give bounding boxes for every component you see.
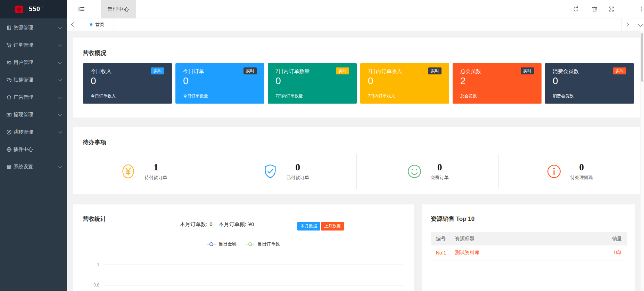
realtime-badge: 实时	[336, 67, 349, 74]
shield-check-icon	[262, 163, 278, 179]
legend-daily-amount[interactable]: 当日金额	[207, 241, 237, 247]
todo-item-pending-withdrawals: 0 待处理提现	[498, 154, 641, 189]
chevron-left-icon	[71, 22, 76, 27]
realtime-badge: 实时	[613, 67, 626, 74]
fullscreen-icon[interactable]	[608, 6, 614, 12]
revenue-overview-title: 营收概况	[83, 49, 106, 57]
line-series-icon	[207, 242, 216, 246]
y-axis-tick: 1	[87, 262, 99, 267]
ring-icon	[6, 95, 12, 100]
row-resource-title[interactable]: 测试资料库	[455, 250, 597, 256]
todo-title: 待办事项	[83, 138, 106, 146]
last-month-button[interactable]: 上月数据	[321, 222, 344, 231]
top-tab-admin-center[interactable]: 管理中心	[101, 0, 136, 18]
chevron-down-icon	[58, 60, 62, 64]
stat-card-today-income: 今日收入 0 实时 今日订单收入	[83, 63, 172, 104]
tab-home-label: 首页	[96, 22, 105, 28]
revenue-stats-panel: 营收统计 本月订单数:0本月订单额:¥0 本月数据 上月数据 当日金额 当日订单…	[73, 204, 414, 291]
tab-home[interactable]: 首页	[81, 18, 114, 31]
realtime-badge: 实时	[428, 67, 441, 74]
menu-toggle-icon[interactable]	[78, 6, 85, 12]
chart-legend: 当日金额 当日订单数	[73, 241, 414, 247]
money-icon	[6, 112, 12, 118]
sidebar-item-settings[interactable]: 系统设置	[0, 158, 67, 176]
table-row[interactable]: No.1 测试资料库 0单	[431, 245, 627, 260]
top10-panel: 资源销售 Top 10 编号 资源标题 销量 No.1 测试资料库 0单	[422, 204, 635, 291]
table-header-row: 编号 资源标题 销量	[431, 232, 627, 245]
trash-icon[interactable]	[592, 6, 598, 12]
stat-card-total-members: 总会员数 2 实时 总会员数	[453, 63, 542, 104]
info-circle-icon	[546, 163, 562, 179]
revenue-stats-title: 营收统计	[83, 215, 106, 223]
sidebar-item-ads[interactable]: 广告管理	[0, 89, 67, 106]
sidebar-item-resources[interactable]: 资源管理	[0, 19, 67, 37]
sidebar-logo[interactable]: 550	[0, 0, 67, 18]
column-header-title: 资源标题	[455, 236, 597, 242]
active-tab-dot	[90, 23, 92, 26]
sidebar-item-users[interactable]: 用户管理	[0, 54, 67, 71]
jump-icon	[6, 129, 12, 135]
stat-card-7day-order-count: 7日内订单数量 0 实时 7日内订单数量	[268, 63, 357, 104]
app-logo-icon	[15, 6, 23, 13]
sidebar-item-plugins[interactable]: 插件中心	[0, 141, 67, 158]
comments-icon	[6, 77, 12, 83]
legend-daily-order-count[interactable]: 当日订单数	[246, 241, 280, 247]
line-series-icon	[246, 242, 255, 246]
month-summary: 本月订单数:0本月订单额:¥0	[180, 221, 254, 228]
scrollbar-thumb[interactable]	[641, 33, 643, 82]
stat-cards-row: 今日收入 0 实时 今日订单收入 今日订单 0 实时 今日订单数量 7日内订单数…	[83, 63, 634, 104]
sidebar-item-redirect[interactable]: 跳转管理	[0, 123, 67, 141]
chevron-right-icon	[625, 22, 629, 27]
todo-items-row: 1 待付款订单 0 已付款订单 0 免费订单	[73, 154, 640, 189]
tab-operations-dropdown[interactable]	[636, 18, 644, 31]
sidebar-item-orders[interactable]: 订单管理	[0, 37, 67, 54]
chevron-down-icon	[58, 43, 62, 47]
top-bar: 管理中心	[67, 0, 644, 18]
tab-bar: 首页	[67, 18, 644, 31]
scrollbar-track[interactable]	[641, 31, 644, 291]
todo-item-unpaid-orders: 1 待付款订单	[73, 154, 215, 189]
smile-icon	[406, 163, 422, 179]
sidebar-menu: 资源管理 订单管理 用户管理 社群管理 广告管理 提现管理	[0, 18, 67, 176]
book-icon	[6, 25, 12, 31]
realtime-badge: 实时	[521, 67, 534, 74]
refresh-icon[interactable]	[573, 6, 579, 12]
chevron-down-icon	[58, 25, 62, 29]
app-logo-text: 550	[29, 6, 40, 13]
month-orders-value: 0	[209, 221, 212, 227]
stat-card-7day-order-income: 7日内订单收入 0 实时 7日内订单收入	[360, 63, 449, 104]
todo-item-free-orders: 0 免费订单	[356, 154, 498, 189]
chart-range-buttons: 本月数据 上月数据	[297, 222, 344, 231]
stat-card-consuming-members: 消费会员数 0 实时 消费会员数	[545, 63, 634, 104]
gear-icon	[6, 164, 12, 170]
yen-circle-icon	[120, 163, 136, 179]
plugin-icon	[6, 147, 12, 152]
tab-scroll-right-button[interactable]	[621, 18, 631, 31]
column-header-sales: 销量	[597, 236, 627, 242]
cart-icon	[6, 42, 12, 48]
chart-gridline	[104, 285, 404, 285]
revenue-overview-panel: 营收概况 今日收入 0 实时 今日订单收入 今日订单 0 实时 今日订单数量 7…	[73, 38, 640, 118]
row-rank: No.1	[431, 250, 455, 256]
chevron-down-icon	[638, 22, 643, 27]
more-kebab-icon[interactable]	[638, 6, 644, 12]
realtime-badge: 实时	[151, 67, 164, 74]
sidebar-item-withdraw[interactable]: 提现管理	[0, 106, 67, 123]
tab-scroll-left-button[interactable]	[68, 18, 78, 31]
month-orders-label: 本月订单数:	[180, 221, 207, 227]
top10-title: 资源销售 Top 10	[431, 215, 474, 223]
realtime-badge: 实时	[243, 67, 257, 74]
sidebar-item-community[interactable]: 社群管理	[0, 71, 67, 89]
todo-panel: 待办事项 1 待付款订单 0 已付款订单 0	[73, 127, 640, 194]
top10-table: 编号 资源标题 销量 No.1 测试资料库 0单	[431, 232, 627, 260]
current-month-button[interactable]: 本月数据	[297, 222, 320, 231]
chevron-down-icon	[58, 130, 62, 134]
chevron-down-icon	[58, 78, 62, 81]
y-axis-tick: 0.8	[87, 283, 99, 288]
todo-item-paid-orders: 0 已付款订单	[215, 154, 357, 189]
column-header-no: 编号	[431, 236, 455, 242]
chart-gridline	[104, 265, 404, 265]
sidebar: 550 资源管理 订单管理 用户管理 社群管理 广告管理	[0, 0, 67, 291]
chevron-down-icon	[58, 95, 62, 99]
stat-card-today-orders: 今日订单 0 实时 今日订单数量	[175, 63, 264, 104]
